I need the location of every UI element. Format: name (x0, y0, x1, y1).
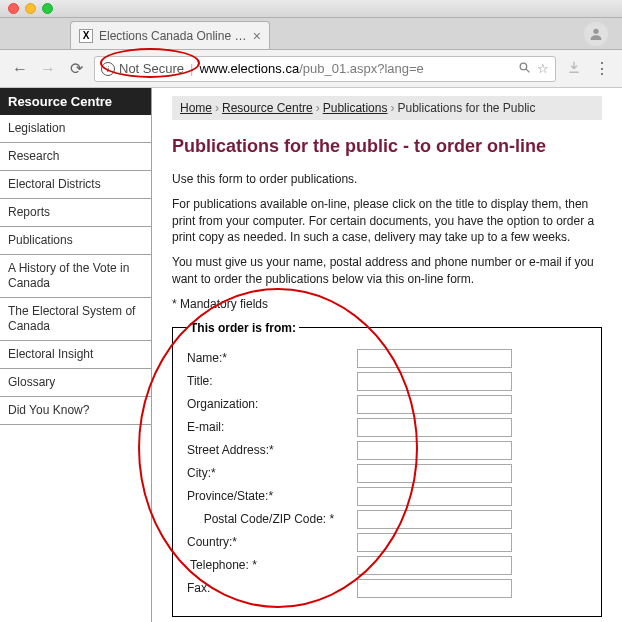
svg-point-0 (593, 29, 598, 34)
breadcrumb-current: Publications for the Public (397, 101, 535, 115)
form-row: Telephone: * (187, 556, 587, 575)
minimize-window-dot[interactable] (25, 3, 36, 14)
download-icon[interactable] (564, 60, 584, 78)
form-row: Street Address:* (187, 441, 587, 460)
form-row: Title: (187, 372, 587, 391)
form-row: Fax: (187, 579, 587, 598)
sidebar-item[interactable]: Electoral Districts (0, 171, 151, 199)
form-label: Street Address:* (187, 443, 357, 457)
form-label: City:* (187, 466, 357, 480)
form-label: Telephone: * (187, 558, 357, 572)
form-input[interactable] (357, 556, 512, 575)
search-icon[interactable] (518, 61, 531, 77)
window-controls (0, 0, 622, 18)
sidebar-item[interactable]: The Electoral System of Canada (0, 298, 151, 341)
intro-paragraph-1: Use this form to order publications. (172, 171, 602, 188)
form-row: E-mail: (187, 418, 587, 437)
form-label: Name:* (187, 351, 357, 365)
star-icon[interactable]: ☆ (537, 61, 549, 76)
form-label: E-mail: (187, 420, 357, 434)
not-secure-label: Not Secure (119, 61, 184, 76)
main-content: Home›Resource Centre›Publications›Public… (152, 88, 622, 622)
order-form: This order is from: Name:*Title:Organiza… (172, 321, 602, 617)
sidebar: Resource Centre LegislationResearchElect… (0, 88, 152, 622)
tab-close-icon[interactable]: × (253, 28, 261, 44)
form-label: Postal Code/ZIP Code: * (187, 512, 357, 526)
form-input[interactable] (357, 533, 512, 552)
reload-icon[interactable]: ⟳ (66, 59, 86, 78)
tab-favicon: X (79, 29, 93, 43)
breadcrumb-link[interactable]: Resource Centre (222, 101, 313, 115)
form-row: Country:* (187, 533, 587, 552)
page-body: Resource Centre LegislationResearchElect… (0, 88, 622, 622)
form-input[interactable] (357, 579, 512, 598)
menu-icon[interactable]: ⋮ (592, 59, 612, 78)
form-input[interactable] (357, 372, 512, 391)
form-row: City:* (187, 464, 587, 483)
forward-icon[interactable]: → (38, 60, 58, 78)
browser-toolbar: ← → ⟳ i Not Secure | www.elections.ca/pu… (0, 50, 622, 88)
close-window-dot[interactable] (8, 3, 19, 14)
form-row: Name:* (187, 349, 587, 368)
form-input[interactable] (357, 395, 512, 414)
mandatory-note: * Mandatory fields (172, 296, 602, 313)
intro-paragraph-3: You must give us your name, postal addre… (172, 254, 602, 288)
form-input[interactable] (357, 510, 512, 529)
form-label: Province/State:* (187, 489, 357, 503)
form-row: Province/State:* (187, 487, 587, 506)
back-icon[interactable]: ← (10, 60, 30, 78)
form-input[interactable] (357, 464, 512, 483)
breadcrumb-link[interactable]: Publications (323, 101, 388, 115)
tab-title: Elections Canada Online | Publ (99, 29, 247, 43)
form-label: Organization: (187, 397, 357, 411)
sidebar-item[interactable]: Legislation (0, 115, 151, 143)
tab-bar: X Elections Canada Online | Publ × (0, 18, 622, 50)
breadcrumb-separator: › (390, 101, 394, 115)
form-input[interactable] (357, 487, 512, 506)
sidebar-item[interactable]: Glossary (0, 369, 151, 397)
breadcrumb: Home›Resource Centre›Publications›Public… (172, 96, 602, 120)
form-label: Fax: (187, 581, 357, 595)
form-row: Postal Code/ZIP Code: * (187, 510, 587, 529)
sidebar-item[interactable]: Did You Know? (0, 397, 151, 425)
intro-paragraph-2: For publications available on-line, plea… (172, 196, 602, 246)
svg-line-2 (526, 69, 529, 72)
sidebar-item[interactable]: Publications (0, 227, 151, 255)
breadcrumb-separator: › (316, 101, 320, 115)
maximize-window-dot[interactable] (42, 3, 53, 14)
breadcrumb-link[interactable]: Home (180, 101, 212, 115)
form-label: Title: (187, 374, 357, 388)
form-input[interactable] (357, 349, 512, 368)
svg-point-1 (520, 63, 527, 69)
sidebar-item[interactable]: Reports (0, 199, 151, 227)
form-row: Organization: (187, 395, 587, 414)
address-bar[interactable]: i Not Secure | www.elections.ca/pub_01.a… (94, 56, 556, 82)
sidebar-item[interactable]: A History of the Vote in Canada (0, 255, 151, 298)
sidebar-item[interactable]: Electoral Insight (0, 341, 151, 369)
not-secure-indicator[interactable]: i Not Secure (101, 61, 184, 76)
form-input[interactable] (357, 441, 512, 460)
breadcrumb-separator: › (215, 101, 219, 115)
sidebar-item[interactable]: Research (0, 143, 151, 171)
form-legend: This order is from: (187, 321, 299, 335)
page-title: Publications for the public - to order o… (172, 136, 602, 157)
form-label: Country:* (187, 535, 357, 549)
browser-tab[interactable]: X Elections Canada Online | Publ × (70, 21, 270, 49)
info-icon: i (101, 62, 115, 76)
url-text: www.elections.ca/pub_01.aspx?lang=e (199, 61, 512, 76)
form-input[interactable] (357, 418, 512, 437)
sidebar-header: Resource Centre (0, 88, 151, 115)
profile-icon[interactable] (584, 22, 608, 46)
